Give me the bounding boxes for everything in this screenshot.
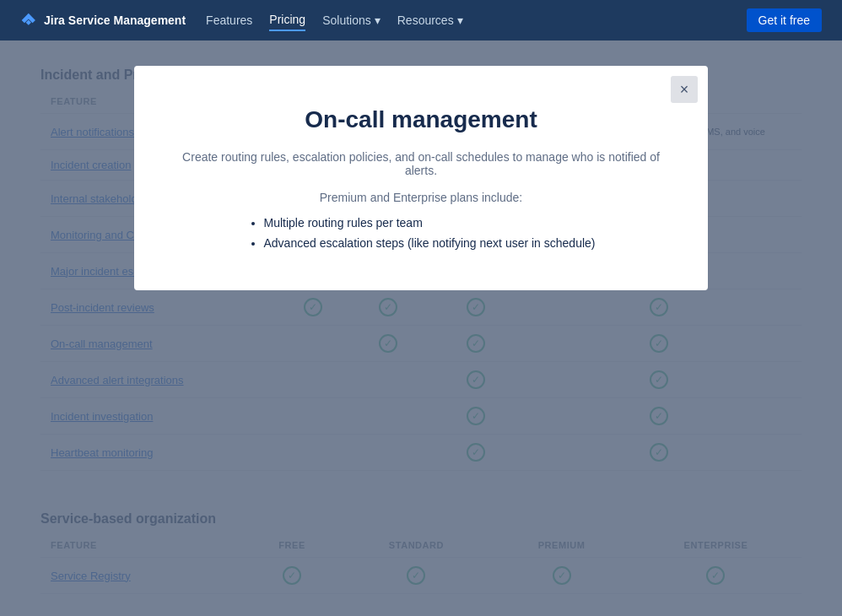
brand-name: Jira Service Management xyxy=(44,14,186,27)
get-it-free-button[interactable]: Get it free xyxy=(747,8,822,32)
modal-feature-list: Multiple routing rules per teamAdvanced … xyxy=(247,216,596,257)
jira-logo-icon xyxy=(20,12,37,29)
modal-title: On-call management xyxy=(181,106,661,133)
nav-resources[interactable]: Resources ▾ xyxy=(397,10,463,30)
modal-overlay[interactable]: × On-call management Create routing rule… xyxy=(0,41,842,616)
close-icon: × xyxy=(680,81,689,99)
list-item: Advanced escalation steps (like notifyin… xyxy=(264,236,596,250)
nav-pricing[interactable]: Pricing xyxy=(269,9,305,31)
list-item: Multiple routing rules per team xyxy=(264,216,596,230)
modal-plans-label: Premium and Enterprise plans include: xyxy=(181,191,661,204)
modal-close-button[interactable]: × xyxy=(671,76,698,103)
modal: × On-call management Create routing rule… xyxy=(134,66,708,290)
page-content: Incident and Problem FEATURE Free Standa… xyxy=(0,41,842,616)
nav-links: Features Pricing Solutions ▾ Resources ▾ xyxy=(206,9,726,31)
navbar: Jira Service Management Features Pricing… xyxy=(0,0,842,41)
modal-subtitle: Create routing rules, escalation policie… xyxy=(181,150,661,177)
chevron-down-icon: ▾ xyxy=(375,14,381,27)
nav-solutions[interactable]: Solutions ▾ xyxy=(322,10,381,30)
brand: Jira Service Management xyxy=(20,12,186,29)
chevron-down-icon: ▾ xyxy=(457,14,463,27)
nav-features[interactable]: Features xyxy=(206,10,252,30)
